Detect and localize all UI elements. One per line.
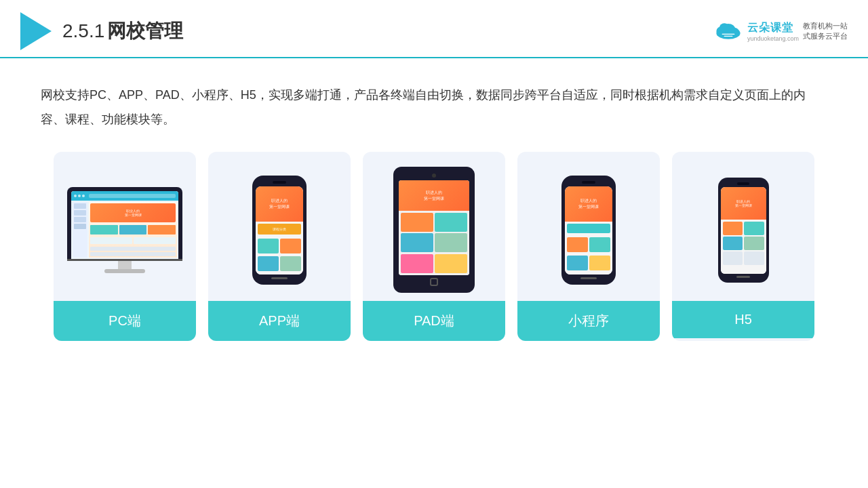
card-h5-image: 职进人的第一堂网课 bbox=[672, 152, 814, 301]
brand-tagline: 教育机构一站式服务云平台 bbox=[803, 21, 848, 42]
card-miniapp: 职进人的第一堂网课 小程序 bbox=[517, 152, 660, 341]
pc-monitor-icon: 职业人的第一堂网课 bbox=[67, 187, 182, 273]
card-miniapp-image: 职进人的第一堂网课 bbox=[517, 152, 660, 301]
miniapp-phone-icon: 职进人的第一堂网课 bbox=[561, 176, 616, 285]
brand-logo: 云朵课堂 yunduoketang.com 教育机构一站式服务云平台 bbox=[713, 21, 848, 42]
brand-name: 云朵课堂 bbox=[747, 21, 793, 35]
ipad-icon: 职进人的第一堂网课 bbox=[393, 167, 475, 293]
card-app: 职进人的第一堂网课 课程分类 bbox=[208, 152, 351, 341]
card-pc-label: PC端 bbox=[54, 301, 196, 341]
card-app-image: 职进人的第一堂网课 课程分类 bbox=[208, 152, 351, 301]
card-pc-image: 职业人的第一堂网课 bbox=[54, 152, 196, 301]
card-miniapp-label: 小程序 bbox=[517, 301, 660, 341]
card-pad-label: PAD端 bbox=[363, 301, 505, 341]
card-app-label: APP端 bbox=[208, 301, 351, 341]
cloud-logo-icon bbox=[713, 21, 743, 41]
h5-phone-icon: 职进人的第一堂网课 bbox=[718, 178, 769, 283]
brand-url: yunduoketang.com bbox=[747, 35, 799, 42]
svg-point-4 bbox=[719, 23, 730, 32]
app-phone-icon: 职进人的第一堂网课 课程分类 bbox=[252, 176, 307, 285]
description-text: 网校支持PC、APP、PAD、小程序、H5，实现多端打通，产品各终端自由切换，数… bbox=[0, 58, 868, 131]
title-text: 网校管理 bbox=[107, 20, 183, 41]
description-paragraph: 网校支持PC、APP、PAD、小程序、H5，实现多端打通，产品各终端自由切换，数… bbox=[41, 83, 827, 131]
page-title: 2.5.1网校管理 bbox=[62, 18, 183, 44]
card-h5-label: H5 bbox=[672, 301, 814, 338]
card-pad: 职进人的第一堂网课 PAD端 bbox=[363, 152, 505, 341]
header-left: 2.5.1网校管理 bbox=[20, 12, 183, 50]
card-pc: 职业人的第一堂网课 bbox=[54, 152, 196, 341]
card-pad-image: 职进人的第一堂网课 bbox=[363, 152, 505, 301]
brand-text: 云朵课堂 yunduoketang.com bbox=[747, 21, 799, 42]
card-h5: 职进人的第一堂网课 bbox=[672, 152, 814, 341]
title-number: 2.5.1 bbox=[62, 20, 104, 41]
header-right: 云朵课堂 yunduoketang.com 教育机构一站式服务云平台 bbox=[713, 21, 848, 42]
cards-section: 职业人的第一堂网课 bbox=[0, 131, 868, 341]
page-header: 2.5.1网校管理 云朵课堂 yunduoketang.com 教育机构一站式服… bbox=[0, 0, 868, 58]
logo-icon bbox=[20, 12, 52, 50]
